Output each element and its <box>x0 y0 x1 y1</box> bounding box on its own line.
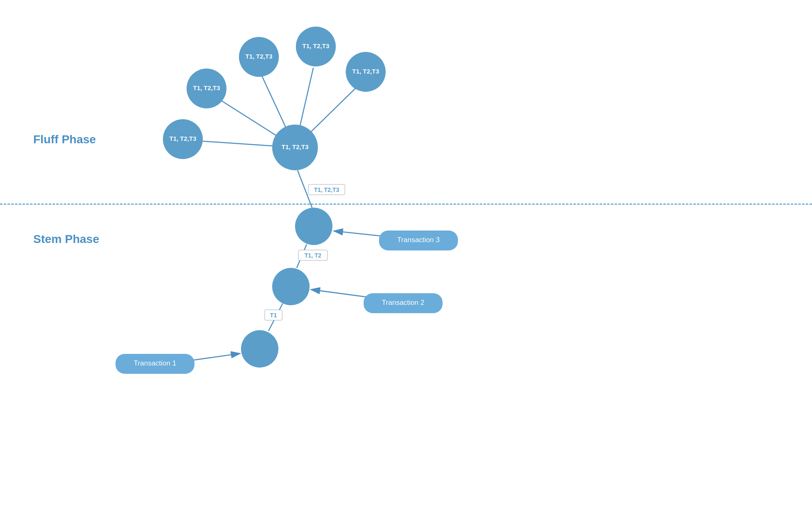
transaction3-label: Transaction 3 <box>397 236 440 244</box>
node-branch3-label: T1, T2,T3 <box>302 42 329 49</box>
edge-txn1-stem3 <box>190 353 240 361</box>
node-stem1 <box>295 208 332 245</box>
node-branch4-label: T1, T2,T3 <box>352 68 379 75</box>
node-branch1-label: T1, T2,T3 <box>193 84 220 91</box>
edge-label-text-3: T1 <box>270 312 277 319</box>
node-branch2-label: T1, T2,T3 <box>245 53 272 60</box>
node-center-fluff-label: T1, T2,T3 <box>281 143 308 150</box>
edge-label-text-2: T1, T2 <box>305 252 322 259</box>
node-branch5-label: T1, T2,T3 <box>169 135 196 142</box>
transaction1-label: Transaction 1 <box>134 359 176 367</box>
node-stem3 <box>241 330 278 368</box>
diagram-canvas: T1, T2,T3 T1, T2,T3 T1, T2,T3 T1, T2,T3 … <box>0 0 812 520</box>
transaction2-label: Transaction 2 <box>382 299 424 307</box>
node-stem2 <box>272 268 310 305</box>
edge-label-text-1: T1, T2,T3 <box>314 186 340 193</box>
